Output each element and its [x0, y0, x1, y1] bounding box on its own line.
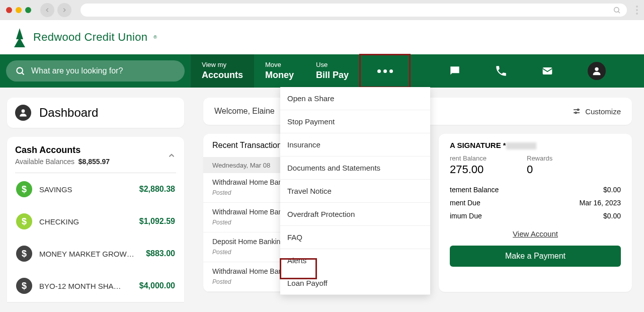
- mail-icon[interactable]: [540, 64, 554, 78]
- dashboard-title: Dashboard: [39, 106, 98, 120]
- main-content: Welcome, Elaine Last Customize Recent Tr…: [191, 88, 644, 312]
- account-name: MONEY MARKET GROW…: [39, 250, 139, 258]
- svg-point-0: [614, 8, 619, 12]
- nav-more-button[interactable]: [360, 54, 410, 88]
- nav-tabs: View my Accounts Move Money Use Bill Pay: [191, 54, 360, 88]
- make-payment-button[interactable]: Make a Payment: [450, 246, 621, 267]
- current-balance-value: 275.00: [450, 163, 487, 176]
- browser-nav-arrows: [40, 3, 71, 17]
- brand-logo[interactable]: Redwood Credit Union®: [12, 27, 157, 47]
- traffic-lights: [6, 7, 31, 13]
- nav-tab-small: Use: [316, 61, 349, 69]
- dropdown-item-alerts[interactable]: Alerts: [280, 249, 430, 272]
- window-maximize-icon[interactable]: [25, 7, 31, 13]
- profile-button[interactable]: [588, 62, 606, 80]
- redacted-text: [506, 142, 536, 149]
- dollar-icon: $: [16, 246, 32, 262]
- line-value: $0.00: [603, 212, 621, 220]
- line-label: tement Balance: [450, 186, 499, 194]
- dropdown-item-insurance[interactable]: Insurance: [280, 133, 430, 157]
- svg-rect-2: [543, 67, 552, 74]
- nav-tab-large: Bill Pay: [316, 69, 349, 81]
- avatar-icon: [588, 62, 606, 80]
- rewards-value: 0: [527, 163, 552, 176]
- card-title: A SIGNATURE *: [450, 141, 621, 149]
- view-account-link[interactable]: View Account: [450, 229, 621, 239]
- dropdown-item-stop-payment[interactable]: Stop Payment: [280, 110, 430, 133]
- svg-point-5: [578, 109, 579, 111]
- line-label: ment Due: [450, 199, 480, 207]
- window-minimize-icon[interactable]: [16, 7, 22, 13]
- dollar-icon: $: [16, 213, 32, 229]
- site-search[interactable]: [6, 60, 185, 82]
- credit-card-panel: A SIGNATURE * rent Balance 275.00 Reward…: [439, 134, 632, 292]
- cash-sub-label: Available Balances: [15, 158, 74, 166]
- logo-tree-icon: [12, 27, 27, 47]
- dashboard-card[interactable]: Dashboard: [7, 98, 184, 128]
- search-input[interactable]: [31, 66, 176, 75]
- view-account-text[interactable]: View Account: [513, 229, 558, 238]
- svg-point-4: [22, 109, 25, 113]
- more-dropdown: Open a Share Stop Payment Insurance Docu…: [280, 87, 430, 295]
- rewards-label: Rewards: [527, 154, 552, 162]
- customize-label: Customize: [585, 107, 621, 116]
- card-line: ment Due Mar 16, 2023: [450, 196, 621, 209]
- dropdown-item-documents[interactable]: Documents and Statements: [280, 157, 430, 180]
- account-row[interactable]: $ BYO-12 MONTH SHA… $4,000.00: [15, 270, 176, 302]
- dropdown-item-faq[interactable]: FAQ: [280, 226, 430, 249]
- card-line: tement Balance $0.00: [450, 183, 621, 196]
- browser-chrome: [0, 0, 644, 20]
- logo-bar: Redwood Credit Union®: [0, 20, 644, 54]
- cash-accounts-card: Cash Accounts Available Balances $8,855.…: [7, 137, 184, 302]
- account-row[interactable]: $ CHECKING $1,092.59: [15, 205, 176, 238]
- dropdown-item-overdraft[interactable]: Overdraft Protection: [280, 203, 430, 226]
- search-icon: [613, 6, 621, 14]
- account-row[interactable]: $ MONEY MARKET GROW… $883.00: [15, 238, 176, 270]
- chevron-up-icon[interactable]: [167, 151, 176, 160]
- main-navbar: View my Accounts Move Money Use Bill Pay: [0, 54, 644, 88]
- svg-point-3: [595, 67, 599, 71]
- nav-tab-billpay[interactable]: Use Bill Pay: [305, 54, 360, 88]
- page-body: Dashboard Cash Accounts Available Balanc…: [0, 88, 644, 312]
- cash-sub-value: $8,855.97: [78, 158, 110, 166]
- dropdown-item-open-share[interactable]: Open a Share: [280, 87, 430, 110]
- account-name: BYO-12 MONTH SHA…: [39, 282, 132, 290]
- cash-title: Cash Accounts: [15, 145, 110, 155]
- browser-menu-icon[interactable]: [636, 6, 638, 15]
- dropdown-item-travel-notice[interactable]: Travel Notice: [280, 180, 430, 203]
- svg-point-6: [575, 112, 577, 114]
- cash-accounts-header[interactable]: Cash Accounts Available Balances $8,855.…: [15, 145, 176, 173]
- nav-tab-small: View my: [202, 61, 243, 69]
- account-name: CHECKING: [39, 217, 132, 226]
- url-bar[interactable]: [80, 4, 627, 17]
- account-amount: $1,092.59: [139, 217, 175, 226]
- account-amount: $4,000.00: [139, 281, 175, 290]
- card-line: imum Due $0.00: [450, 209, 621, 222]
- nav-tab-accounts[interactable]: View my Accounts: [191, 54, 254, 88]
- cash-sub: Available Balances $8,855.97: [15, 158, 110, 166]
- line-value: Mar 16, 2023: [580, 199, 621, 207]
- browser-back-button[interactable]: [40, 3, 54, 17]
- registered-mark: ®: [153, 35, 157, 40]
- line-value: $0.00: [603, 186, 621, 194]
- browser-forward-button[interactable]: [57, 3, 71, 17]
- account-row[interactable]: $ SAVINGS $2,880.38: [15, 173, 176, 205]
- nav-tab-money[interactable]: Move Money: [254, 54, 305, 88]
- dollar-icon: $: [16, 278, 32, 294]
- brand-name: Redwood Credit Union: [33, 31, 147, 44]
- more-icon: [377, 69, 393, 73]
- person-icon: [15, 105, 31, 121]
- welcome-greeting: Welcome, Elaine: [214, 107, 275, 116]
- dropdown-item-loan-payoff[interactable]: Loan Payoff: [280, 272, 430, 295]
- card-title-prefix: A SIGNATURE *: [450, 141, 506, 149]
- account-amount: $883.00: [146, 249, 175, 258]
- chat-icon[interactable]: [448, 64, 461, 77]
- line-label: imum Due: [450, 212, 482, 220]
- current-balance-label: rent Balance: [450, 154, 487, 162]
- customize-button[interactable]: Customize: [572, 107, 621, 116]
- sliders-icon: [572, 107, 581, 116]
- sidebar: Dashboard Cash Accounts Available Balanc…: [0, 88, 191, 312]
- window-close-icon[interactable]: [6, 7, 12, 13]
- phone-icon[interactable]: [495, 64, 508, 77]
- dollar-icon: $: [16, 181, 32, 197]
